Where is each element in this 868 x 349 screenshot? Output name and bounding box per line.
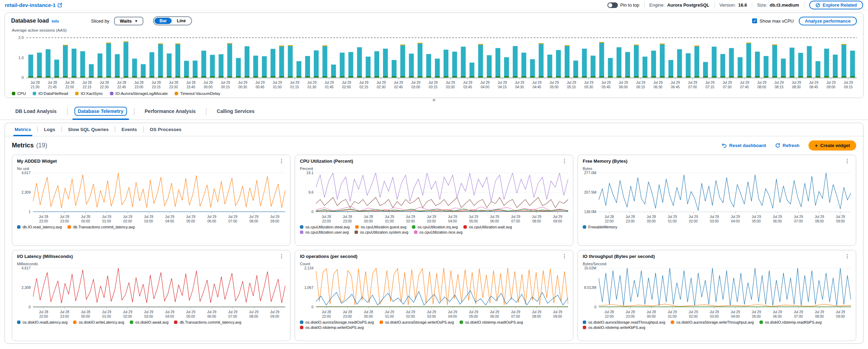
widget-title: IO throughput (Bytes per second) [583,254,655,259]
info-link[interactable]: Info [51,19,59,23]
legend-item[interactable]: IO:DataFileRead [33,91,68,96]
widget-header: I/O Latency (Milliseconds)⋮ [17,254,285,259]
legend-item[interactable]: Timeout:VacuumDelay [175,91,220,96]
x-tick-label: Jul 2823:00 [620,310,640,319]
explore-related-icon [815,3,820,8]
y-tick-label: 9.6 [308,190,313,194]
x-tick-label: Jul 2907:00 [788,310,809,319]
legend-color-dot [73,320,77,324]
widget-menu-button[interactable]: ⋮ [844,254,851,259]
x-tick-label: Jul 2907:45 [736,80,753,89]
x-tick-label: Jul 2907:00 [222,310,243,319]
legend-item[interactable]: os.cpuUtilization.steal.avg [300,225,350,229]
tab-calling-services[interactable]: Calling Services [211,104,260,120]
aas-x-axis: Jul 2821:30Jul 2821:45Jul 2822:00Jul 282… [26,80,857,89]
x-tick-label: Jul 2908:00 [243,310,264,319]
refresh-button[interactable]: Refresh [775,143,799,148]
legend-item[interactable]: os.diskIO.writeLatency.avg [73,320,124,324]
tab-db-load-analysis[interactable]: DB Load Analysis [10,104,62,120]
x-tick-label: Jul 2908:00 [809,214,830,224]
legend-item[interactable]: os.diskIO.auroraStorage.writeIOsPS.avg [380,320,454,324]
widget-menu-button[interactable]: ⋮ [278,159,285,163]
legend-item[interactable]: os.diskIO.auroraStorage.writeThroughput.… [671,320,754,324]
legend-item[interactable]: os.diskIO.rdstemp.readKbPS.avg [759,320,822,324]
create-widget-button[interactable]: + Create widget [809,140,856,151]
x-tick-label: Jul 2800:00 [641,214,662,224]
legend-item[interactable]: os.diskIO.await.avg [130,320,168,324]
legend-item[interactable]: CPU [12,91,26,96]
legend-item[interactable]: IO:AuroraStorageLogAllocate [110,91,168,96]
legend-item[interactable]: db.Transactions.commit_latency.avg [174,320,241,324]
x-tick-label: Jul 2823:00 [54,214,75,224]
show-max-vcpu[interactable]: ✓ Show max vCPU [752,18,794,24]
x-tick-label: Jul 2905:00 [180,310,201,319]
view-option-line[interactable]: Line [172,18,191,24]
legend-item[interactable]: os.cpuUtilization.user.avg [300,230,349,234]
x-tick-label: Jul 2821:45 [44,80,61,89]
instance-link[interactable]: retail-dev-instance-1 [5,2,62,8]
x-tick-label: Jul 2901:00 [662,214,683,224]
legend-item[interactable]: os.cpuUtilization.system.avg [355,230,408,234]
legend-color-dot [355,225,359,229]
widget-chart-row: 2,1341,0670 [300,268,568,309]
x-tick-label: Jul 2907:00 [788,214,809,224]
legend-item[interactable]: os.diskIO.readLatency.avg [17,320,67,324]
x-tick-label: Jul 2901:00 [269,80,286,89]
legend-color-dot [300,230,303,234]
legend-item[interactable]: os.cpuUtilization.nice.avg [414,230,463,234]
legend-item[interactable]: os.cpuUtilization.guest.avg [355,225,406,229]
view-option-bar[interactable]: Bar [154,18,172,24]
bar-line-toggle: BarLine [153,16,192,25]
tab-database-telemetry[interactable]: Database Telemetry [72,104,129,120]
subtab-metrics[interactable]: Metrics [13,123,32,136]
tab-performance-analysis[interactable]: Performance Analysis [139,104,201,120]
widget-y-axis: 277.0M207.5M138.0M [583,173,599,212]
legend-item[interactable]: FreeableMemory [583,225,617,229]
widget-x-axis: Jul 2822:00Jul 2823:00Jul 2800:00Jul 290… [33,214,285,224]
legend-item[interactable]: os.cpuUtilization.wait.avg [463,225,512,229]
widget-x-axis: Jul 2822:00Jul 2823:00Jul 2800:00Jul 290… [316,214,568,224]
aas-chart [26,34,857,80]
x-tick-label: Jul 2907:30 [718,80,736,89]
x-tick-label: Jul 2903:00 [704,214,725,224]
slice-dropdown[interactable]: Waits ▼ [114,17,143,25]
x-tick-label: Jul 2901:00 [379,310,400,319]
subtab-events[interactable]: Events [120,123,138,136]
legend-item[interactable]: db.Transactions.commit_latency.avg [67,225,135,229]
x-tick-label: Jul 2903:00 [421,214,442,224]
widget-menu-button[interactable]: ⋮ [561,254,568,259]
widget-menu-button[interactable]: ⋮ [561,159,568,163]
analyze-performance-button[interactable]: Analyze performance [799,17,857,25]
legend-item[interactable]: db.IO.read_latency.avg [17,225,62,229]
legend-item[interactable]: os.diskIO.auroraStorage.readThroughput.a… [583,320,665,324]
legend-item[interactable]: IO:XactSync [75,91,103,96]
widget-unit-label: Bytes/Second [583,262,851,266]
subtab-os-processes[interactable]: OS Processes [149,123,183,136]
x-tick-label: Jul 2908:00 [753,80,771,89]
explore-related-button[interactable]: Explore Related [809,1,863,9]
reset-dashboard-button[interactable]: Reset dashboard [722,143,766,148]
subtab-logs[interactable]: Logs [42,123,56,136]
legend-label: os.diskIO.rdstemp.writeIOsPS.avg [305,325,364,330]
legend-color-dot [17,225,21,229]
legend-item[interactable]: os.diskIO.rdstemp.writeKbPS.avg [583,325,645,330]
widget-chart [33,173,285,214]
x-tick-label: Jul 2902:00 [400,310,421,319]
tab-label: DB Load Analysis [12,107,60,116]
widget-menu-button[interactable]: ⋮ [844,159,851,163]
legend-item[interactable]: os.diskIO.auroraStorage.readIOsPS.avg [300,320,374,324]
legend-item[interactable]: os.diskIO.rdstemp.writeIOsPS.avg [300,325,364,330]
resize-handle[interactable]: = [0,98,868,103]
legend-color-dot [110,92,113,95]
legend-label: os.cpuUtilization.wait.avg [469,225,512,229]
legend-item[interactable]: os.diskIO.rdstemp.readIOsPS.avg [460,320,523,324]
x-tick-label: Jul 2906:00 [484,310,505,319]
widget-menu-button[interactable]: ⋮ [278,254,285,259]
pin-toggle[interactable] [607,2,618,8]
x-tick-label: Jul 2907:00 [684,80,701,89]
y-tick-label: 1 [29,210,31,214]
refresh-icon [775,143,780,148]
reset-dashboard-label: Reset dashboard [729,143,766,148]
legend-item[interactable]: os.cpuUtilization.irq.avg [412,225,458,229]
subtab-slow-sql-queries[interactable]: Slow SQL Queries [67,123,110,136]
